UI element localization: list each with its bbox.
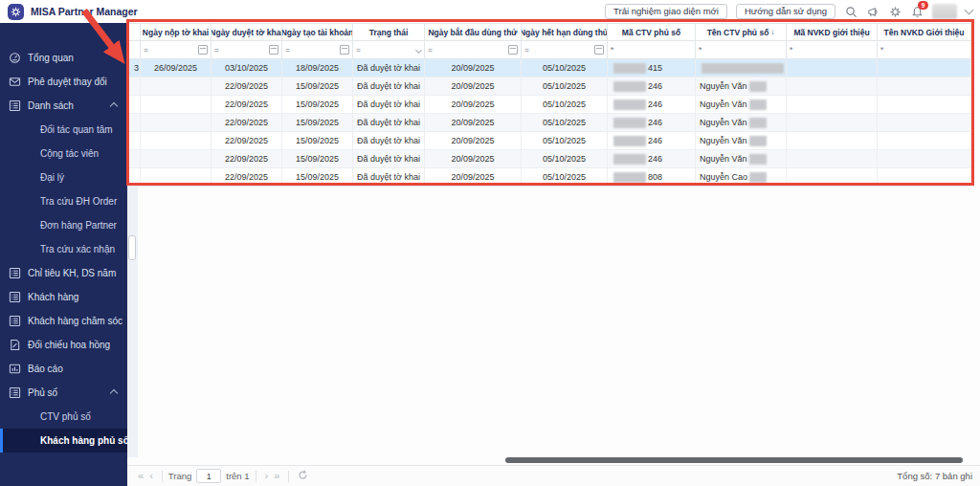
filter-cell[interactable]: = <box>141 41 212 59</box>
sidebar-item[interactable]: CTV phủ số <box>0 405 127 429</box>
sidebar-item[interactable]: Phê duyệt thay đổi <box>0 70 127 94</box>
filter-operator[interactable]: * <box>880 45 883 55</box>
filter-cell[interactable]: = <box>522 41 608 59</box>
column-header[interactable]: Mã NVKD giới thiệu <box>787 23 878 41</box>
sidebar-item[interactable]: Đối chiếu hoa hồng <box>0 333 127 357</box>
table-cell: 05/10/2025 <box>522 96 608 114</box>
topbar: MISA Partner Manager Trải nghiệm giao di… <box>0 0 980 23</box>
last-page-button[interactable]: » <box>274 471 279 481</box>
user-guide-button[interactable]: Hướng dẫn sử dụng <box>736 4 835 19</box>
sidebar-item[interactable]: Khách hàng <box>0 285 127 309</box>
calendar-icon[interactable] <box>198 45 208 55</box>
table-cell: 05/10/2025 <box>522 59 608 77</box>
calendar-icon[interactable] <box>340 45 349 55</box>
table-row[interactable]: 22/09/202515/09/2025Đã duyệt tờ khai20/0… <box>128 96 970 114</box>
filter-cell[interactable]: * <box>696 41 787 59</box>
redacted-blur <box>749 118 767 128</box>
table-cell <box>878 132 971 150</box>
cell-text: Nguyễn Văn <box>700 136 747 145</box>
filter-operator[interactable]: = <box>428 45 433 55</box>
sidebar-item-label: Tổng quan <box>28 53 74 63</box>
table-cell: 22/09/2025 <box>212 114 282 132</box>
filter-operator[interactable]: = <box>356 45 361 55</box>
table-row[interactable]: 22/09/202515/09/2025Đã duyệt tờ khai20/0… <box>128 168 970 187</box>
filter-cell[interactable]: * <box>878 41 971 59</box>
sidebar-item[interactable]: Tổng quan <box>0 46 127 70</box>
table-cell: 20/09/2025 <box>425 168 522 187</box>
search-icon[interactable] <box>844 5 858 18</box>
column-header[interactable]: Ngày tạo tài khoản <box>282 23 353 41</box>
sidebar-item-label: Đại lý <box>40 172 64 183</box>
filter-cell[interactable]: = <box>425 41 522 59</box>
column-header[interactable] <box>128 23 141 41</box>
filter-cell[interactable]: = <box>282 41 353 59</box>
sidebar-item[interactable]: Phủ số <box>0 381 127 405</box>
filter-operator[interactable]: = <box>524 45 529 55</box>
column-header[interactable]: Ngày bắt đầu dùng thử <box>425 23 522 41</box>
sidebar-item-label: Tra cứu xác nhận <box>40 244 115 254</box>
app-title: MISA Partner Manager <box>31 6 138 17</box>
sidebar-item[interactable]: Chỉ tiêu KH, DS năm <box>0 261 127 285</box>
table-row[interactable]: 326/09/202503/10/202518/09/2025Đã duyệt … <box>128 59 970 77</box>
sidebar-item[interactable]: Tra cứu ĐH Order <box>0 189 127 213</box>
sidebar-item-label: Khách hàng <box>28 292 78 302</box>
sidebar-item[interactable]: Khách hàng chăm sóc <box>0 309 127 333</box>
avatar[interactable] <box>932 4 957 19</box>
table-row[interactable]: 22/09/202515/09/2025Đã duyệt tờ khai20/0… <box>128 132 970 150</box>
column-header[interactable]: Ngày nộp tờ khai <box>141 23 212 41</box>
sidebar-item[interactable]: Khách hàng phủ số <box>0 429 127 453</box>
chevron-down-icon[interactable] <box>965 6 974 15</box>
column-header[interactable]: Tên CTV phủ số↓ <box>696 23 787 41</box>
first-page-button[interactable]: « <box>138 471 144 481</box>
table-row[interactable]: 22/09/202515/09/2025Đã duyệt tờ khai20/0… <box>128 77 970 96</box>
column-header[interactable]: Tên NVKD Giới thiệu <box>878 23 971 41</box>
column-header-label: Mã CTV phủ số <box>622 28 680 37</box>
filter-cell[interactable]: = <box>353 41 425 59</box>
table-cell: 05/10/2025 <box>522 114 608 132</box>
sidebar-item-label: Phủ số <box>28 387 57 398</box>
calendar-icon[interactable] <box>508 45 518 55</box>
refresh-icon[interactable] <box>298 470 308 482</box>
bell-icon[interactable]: 9 <box>910 5 924 18</box>
grid-header-row: Ngày nộp tờ khaiNgày duyệt tờ khaiNgày t… <box>128 23 970 41</box>
filter-operator[interactable]: = <box>144 45 148 55</box>
redacted-blur <box>749 136 767 146</box>
sidebar-item[interactable]: Đơn hàng Partner <box>0 213 127 237</box>
chevron-down-icon[interactable] <box>415 46 422 53</box>
sidebar-item[interactable]: Cộng tác viên <box>0 142 127 166</box>
table-cell: Nguyễn Văn <box>696 150 787 168</box>
filter-operator[interactable]: * <box>699 45 702 55</box>
filter-operator[interactable]: = <box>285 45 290 55</box>
calendar-icon[interactable] <box>594 45 604 55</box>
sidebar-item-label: Tra cứu ĐH Order <box>40 196 117 207</box>
new-ui-button[interactable]: Trải nghiệm giao diện mới <box>605 4 727 19</box>
sidebar-item[interactable]: Danh sách <box>0 94 127 118</box>
table-row[interactable]: 22/09/202515/09/2025Đã duyệt tờ khai20/0… <box>128 150 970 168</box>
prev-page-button[interactable]: ‹ <box>149 471 153 481</box>
sidebar-item[interactable]: Đại lý <box>0 166 127 189</box>
filter-cell[interactable]: * <box>787 41 878 59</box>
sidebar-item[interactable]: Tra cứu xác nhận <box>0 237 127 261</box>
filter-operator[interactable]: * <box>790 45 792 55</box>
filter-operator[interactable]: = <box>214 45 219 55</box>
gear-icon[interactable] <box>888 5 902 18</box>
column-header[interactable]: Trạng thái <box>353 23 425 41</box>
table-cell: 20/09/2025 <box>425 150 522 168</box>
next-page-button[interactable]: › <box>265 471 269 481</box>
page-number-input[interactable] <box>196 469 221 483</box>
megaphone-icon[interactable] <box>866 5 880 18</box>
table-row[interactable]: 22/09/202515/09/2025Đã duyệt tờ khai20/0… <box>128 114 970 132</box>
sidebar-item[interactable]: Đối tác quan tâm <box>0 118 127 142</box>
filter-cell[interactable]: = <box>212 41 282 59</box>
column-header[interactable]: Ngày hết hạn dùng thử <box>522 23 608 41</box>
sidebar-item[interactable]: Báo cáo <box>0 357 127 381</box>
column-header-label: Ngày bắt đầu dùng thử <box>428 28 517 37</box>
calendar-icon[interactable] <box>269 45 278 55</box>
column-header[interactable]: Ngày duyệt tờ khai <box>212 23 282 41</box>
filter-operator[interactable]: * <box>611 45 613 55</box>
vertical-scrollbar[interactable] <box>128 235 136 260</box>
column-header[interactable]: Mã CTV phủ số <box>608 23 696 41</box>
filter-cell[interactable]: * <box>608 41 696 59</box>
horizontal-scrollbar[interactable] <box>505 457 963 463</box>
table-cell: Nguyễn Văn <box>696 96 787 114</box>
